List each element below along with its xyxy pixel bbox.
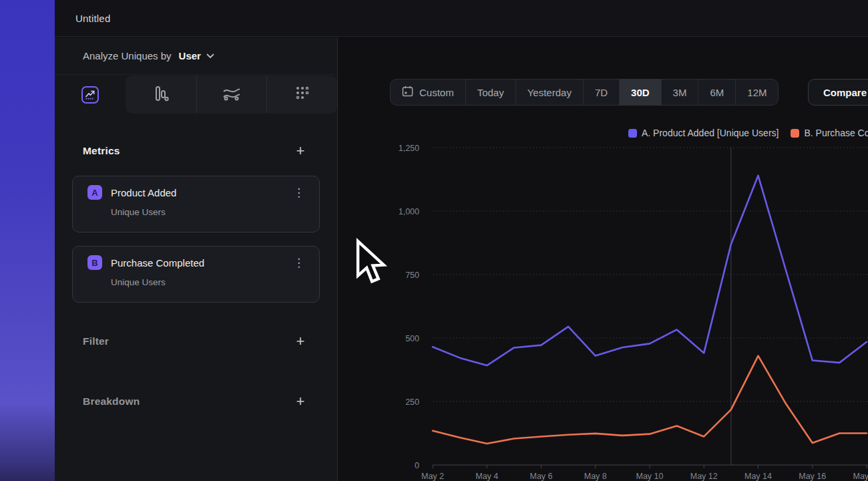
metric-card-a[interactable]: A Product Added ⋮ Unique Users xyxy=(72,176,320,232)
y-axis-label: 0 xyxy=(415,461,419,470)
range-custom[interactable]: Custom xyxy=(391,79,465,105)
range-label: Custom xyxy=(419,87,454,98)
x-axis-label: May 16 xyxy=(799,472,826,481)
breakdown-title: Breakdown xyxy=(83,395,140,408)
legend-label: A. Product Added [Unique Users] xyxy=(642,128,779,138)
range-30d[interactable]: 30D xyxy=(619,79,661,105)
line-chart[interactable]: 02505007501,0001,250May 2May 4May 6May 8… xyxy=(377,140,868,481)
chart-type-tabs xyxy=(55,75,337,114)
range-6m[interactable]: 6M xyxy=(698,79,735,105)
scatter-grid-icon xyxy=(294,86,310,104)
metric-name: Purchase Completed xyxy=(111,257,204,269)
filter-title: Filter xyxy=(83,335,109,347)
add-breakdown-button[interactable]: + xyxy=(293,394,308,409)
range-3m[interactable]: 3M xyxy=(661,79,698,105)
kebab-menu-icon[interactable]: ⋮ xyxy=(289,256,308,270)
x-axis-label: May 14 xyxy=(744,472,772,481)
legend-item-a[interactable]: A. Product Added [Unique Users] xyxy=(628,128,779,138)
document-title[interactable]: Untitled xyxy=(75,13,110,24)
query-sidebar: Analyze Uniques by User xyxy=(55,37,338,481)
x-axis-label: May 10 xyxy=(636,472,664,481)
add-filter-button[interactable]: + xyxy=(293,334,308,349)
x-axis-label: May 2 xyxy=(421,472,444,481)
analyze-by-label: Analyze Uniques by xyxy=(83,50,172,61)
metrics-title: Metrics xyxy=(83,145,120,157)
line-chart-icon xyxy=(81,86,99,104)
y-axis-label: 250 xyxy=(405,397,419,407)
y-axis-label: 1,000 xyxy=(399,207,419,216)
x-axis-label: May 6 xyxy=(529,472,552,481)
legend-swatch-a xyxy=(628,129,637,138)
tab-line-chart[interactable] xyxy=(55,75,126,114)
analyze-by-row: Analyze Uniques by User xyxy=(55,37,337,75)
add-metric-button[interactable]: + xyxy=(293,144,308,158)
range-label: Yesterday xyxy=(527,87,572,98)
compare-label: Compare xyxy=(823,87,867,98)
chart-type-tab-group xyxy=(126,75,337,114)
range-yesterday[interactable]: Yesterday xyxy=(515,79,583,105)
calendar-icon xyxy=(402,86,413,99)
kebab-menu-icon[interactable]: ⋮ xyxy=(289,186,308,200)
x-axis-label: May 12 xyxy=(690,472,718,481)
legend-item-b[interactable]: B. Purchase Completed [Unique Users] xyxy=(791,128,868,138)
range-7d[interactable]: 7D xyxy=(583,79,619,105)
tab-flow-chart[interactable] xyxy=(196,75,267,114)
range-12m[interactable]: 12M xyxy=(735,79,778,105)
chevron-down-icon[interactable] xyxy=(206,53,214,59)
breakdown-header: Breakdown + xyxy=(83,391,308,412)
y-axis-label: 750 xyxy=(405,271,419,280)
bar-chart-icon xyxy=(152,85,170,105)
tab-bar-chart[interactable] xyxy=(126,75,196,114)
series-line-a xyxy=(433,176,867,365)
tab-scatter-grid[interactable] xyxy=(266,75,337,114)
range-label: 30D xyxy=(631,87,650,98)
metric-badge-b: B xyxy=(87,255,102,270)
analyze-by-value-dropdown[interactable]: User xyxy=(179,50,201,61)
metrics-header: Metrics + xyxy=(83,141,308,161)
metric-measure[interactable]: Unique Users xyxy=(111,207,308,217)
metric-badge-a: A xyxy=(87,185,102,200)
accent-gradient-strip xyxy=(0,0,55,481)
x-axis-label: May 8 xyxy=(584,472,607,481)
legend-label: B. Purchase Completed [Unique Users] xyxy=(804,128,868,138)
flow-chart-icon xyxy=(222,86,241,104)
y-axis-label: 1,250 xyxy=(399,144,419,153)
range-label: 3M xyxy=(673,87,687,98)
metric-card-b[interactable]: B Purchase Completed ⋮ Unique Users xyxy=(72,246,320,303)
time-range-control: Custom Today Yesterday 7D 30D 3M 6M 12M xyxy=(390,79,779,106)
chart-legend: A. Product Added [Unique Users] B. Purch… xyxy=(628,127,868,139)
metric-measure[interactable]: Unique Users xyxy=(111,277,308,287)
range-label: 6M xyxy=(710,87,724,98)
range-label: 12M xyxy=(747,87,767,98)
x-axis-label: May 18 xyxy=(853,472,868,481)
range-today[interactable]: Today xyxy=(465,79,515,105)
filter-header: Filter + xyxy=(83,331,308,351)
range-label: 7D xyxy=(595,87,608,98)
compare-button[interactable]: Compare xyxy=(808,79,868,106)
x-axis-label: May 4 xyxy=(475,472,498,481)
legend-swatch-b xyxy=(791,129,799,138)
top-bar: Untitled xyxy=(55,0,868,37)
y-axis-label: 500 xyxy=(405,334,419,343)
range-label: Today xyxy=(477,87,504,98)
series-line-b xyxy=(433,356,867,444)
metric-name: Product Added xyxy=(111,187,176,198)
